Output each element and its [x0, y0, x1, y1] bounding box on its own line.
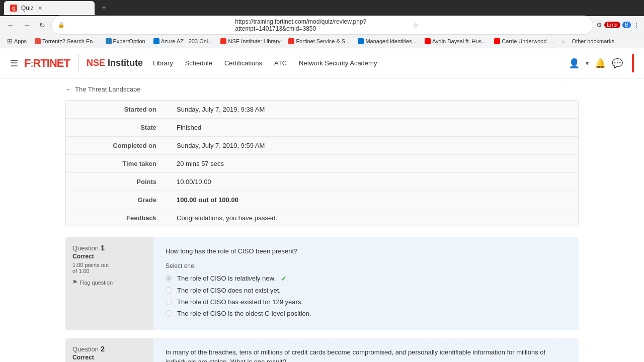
bookmark-managed[interactable]: Managed identities... — [355, 37, 420, 45]
nav-schedule[interactable]: Schedule — [185, 59, 212, 67]
url-text: https://training.fortinet.com/mod/quiz/r… — [235, 18, 409, 32]
apps-grid-icon: ⊞ — [7, 37, 13, 45]
completed-on-value: Sunday, July 7, 2019, 9:59 AM — [167, 137, 578, 155]
nav-network-security-academy[interactable]: Network Security Academy — [299, 59, 377, 67]
notifications-bell-icon[interactable]: 🔔 — [595, 58, 606, 69]
tab-favicon: Q — [10, 5, 17, 12]
summary-row-grade: Grade 100.00 out of 100.00 — [66, 191, 578, 209]
bookmark-other-label: Other bookmarks — [572, 38, 614, 44]
browser-tab[interactable]: Q Quiz ✕ — [4, 1, 95, 15]
nse-institute-logo: NSE Institute — [87, 58, 143, 68]
managed-favicon — [358, 38, 364, 44]
nse-text: NSE — [87, 58, 108, 68]
bookmarks-bar: ⊞ Apps Torrentz2 Search En... ExpertOpti… — [0, 34, 644, 48]
question-1-option-4: The role of CISO is the oldest C-level p… — [166, 310, 567, 317]
breadcrumb-arrow-icon: ← — [65, 85, 72, 93]
summary-row-started: Started on Sunday, July 7, 2019, 9:38 AM — [66, 101, 578, 119]
browser-title-bar: Q Quiz ✕ + — [0, 0, 644, 16]
site-header: ☰ F:RTINET NSE Institute Library Schedul… — [0, 48, 644, 78]
breadcrumb: ← The Threat Landscape — [0, 78, 644, 100]
started-on-value: Sunday, July 7, 2019, 9:38 AM — [167, 101, 578, 119]
time-taken-label: Time taken — [66, 155, 167, 173]
flag-icon: ⚑ — [72, 279, 77, 286]
nav-library[interactable]: Library — [153, 59, 173, 67]
feedback-label: Feedback — [66, 209, 167, 227]
question-1-radio-2[interactable] — [166, 287, 172, 294]
question-1-radio-3[interactable] — [166, 299, 172, 305]
breadcrumb-link[interactable]: The Threat Landscape — [75, 85, 141, 93]
question-1-radio-4[interactable] — [166, 310, 172, 317]
question-1-flag-button[interactable]: ⚑ Flag question — [72, 279, 146, 286]
logo: F:RTINET NSE Institute — [24, 54, 143, 72]
tab-title: Quiz — [21, 5, 34, 12]
institute-text: Institute — [108, 58, 143, 68]
expertoption-favicon — [106, 38, 112, 44]
azure-favicon — [153, 38, 159, 44]
menu-button[interactable]: ⋮ — [633, 21, 640, 29]
grade-value: 100.00 out of 100.00 — [167, 191, 578, 209]
question-2-sidebar: Question 2 Correct 1.00 points out of 1.… — [65, 338, 153, 363]
bookmark-fortinet[interactable]: Fortinet Service & S... — [285, 37, 353, 45]
bookmarks-more-button[interactable]: » — [559, 38, 567, 44]
question-1-number: Question 1 — [72, 243, 146, 252]
bookmark-expertoption-label: ExpertOption — [113, 38, 145, 44]
forward-button[interactable]: → — [20, 19, 33, 31]
quiz-summary-section: Started on Sunday, July 7, 2019, 9:38 AM… — [65, 100, 579, 227]
logo-rtinet: RTINET — [33, 57, 69, 69]
header-accent-bar — [632, 54, 634, 72]
quiz-summary-table: Started on Sunday, July 7, 2019, 9:38 AM… — [66, 101, 578, 227]
bookmark-carrie[interactable]: Carrie Underwood -... — [491, 37, 557, 45]
question-1-content: How long has the role of CISO been prese… — [153, 237, 579, 330]
back-button[interactable]: ← — [4, 19, 17, 31]
points-label: Points — [66, 173, 167, 191]
star-icon[interactable]: ☆ — [413, 21, 587, 29]
user-dropdown-chevron-icon[interactable]: ▾ — [586, 60, 589, 67]
bookmark-azure[interactable]: Azure AZ - 203 Onl... — [150, 37, 216, 45]
ext-count-badge: B — [622, 22, 631, 28]
new-tab-button[interactable]: + — [98, 4, 110, 13]
bookmark-expertoption[interactable]: ExpertOption — [103, 37, 148, 45]
fortinet-favicon — [288, 38, 294, 44]
question-2-status: Correct — [72, 354, 146, 361]
browser-controls: ← → ↻ 🔒 https://training.fortinet.com/mo… — [0, 16, 644, 34]
summary-row-points: Points 10.00/10.00 — [66, 173, 578, 191]
main-navigation: Library Schedule Certifications ATC Netw… — [153, 59, 569, 67]
question-1-select-label: Select one: — [166, 262, 567, 269]
questions-area: Question 1 Correct 1.00 points out of 1.… — [65, 237, 579, 362]
question-1-text: How long has the role of CISO been prese… — [166, 246, 567, 256]
question-1-radio-1[interactable] — [166, 275, 172, 282]
grade-label: Grade — [66, 191, 167, 209]
page-content: ☰ F:RTINET NSE Institute Library Schedul… — [0, 48, 644, 362]
logo-divider — [78, 54, 78, 72]
question-1-option-2: The role of CISO does not exist yet. — [166, 287, 567, 294]
bookmark-torrentz[interactable]: Torrentz2 Search En... — [32, 37, 100, 45]
hamburger-menu-button[interactable]: ☰ — [10, 58, 18, 69]
bookmark-fortinet-label: Fortinet Service & S... — [296, 38, 350, 44]
extensions-button[interactable]: ⚙ — [596, 21, 602, 29]
points-value: 10.00/10.00 — [167, 173, 578, 191]
nav-atc[interactable]: ATC — [274, 59, 287, 67]
user-avatar[interactable]: 👤 — [569, 58, 580, 69]
question-1-option-1-text: The role of CISO is relatively new. — [177, 275, 276, 282]
question-2-number: Question 2 — [72, 344, 146, 353]
bookmark-aydin-label: Aydin Baysal ft. Hus... — [432, 38, 486, 44]
messages-icon[interactable]: 💬 — [612, 58, 623, 69]
bookmark-aydin[interactable]: Aydin Baysal ft. Hus... — [422, 37, 489, 45]
tab-close-button[interactable]: ✕ — [38, 5, 42, 12]
nav-certifications[interactable]: Certifications — [224, 59, 262, 67]
completed-on-label: Completed on — [66, 137, 167, 155]
error-badge: Error — [604, 22, 620, 28]
question-2-text: In many of the breaches, tens of million… — [166, 347, 567, 363]
bookmark-carrie-label: Carrie Underwood -... — [502, 38, 554, 44]
refresh-button[interactable]: ↻ — [36, 19, 48, 31]
address-bar[interactable]: 🔒 https://training.fortinet.com/mod/quiz… — [51, 16, 593, 35]
summary-row-state: State Finished — [66, 119, 578, 137]
summary-row-feedback: Feedback Congratulations, you have passe… — [66, 209, 578, 227]
question-1-option-2-text: The role of CISO does not exist yet. — [177, 287, 281, 294]
bookmark-apps[interactable]: ⊞ Apps — [4, 36, 30, 46]
question-1-option-3: The role of CISO has existed for 129 yea… — [166, 298, 567, 306]
summary-row-time: Time taken 20 mins 57 secs — [66, 155, 578, 173]
bookmark-other[interactable]: Other bookmarks — [569, 37, 617, 45]
bookmark-azure-label: Azure AZ - 203 Onl... — [161, 38, 213, 44]
bookmark-nse[interactable]: NSE Institute: Library — [217, 37, 283, 45]
